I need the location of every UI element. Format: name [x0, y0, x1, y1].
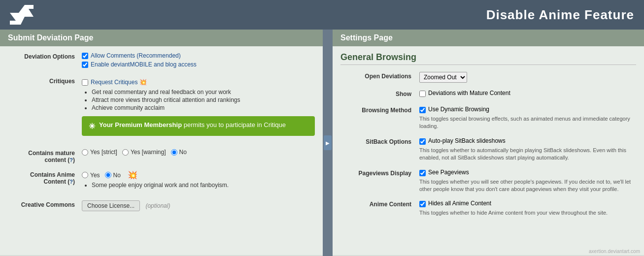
dynamic-browsing-row: Use Dynamic Browsing — [419, 106, 636, 113]
mature-content-label: Contains maturecontent (?) — [8, 149, 82, 163]
see-pageviews-checkbox[interactable] — [419, 170, 426, 176]
critiques-field: Request Critiques 💥 Get real commentary … — [82, 79, 315, 142]
choose-license-button[interactable]: Choose License... — [82, 200, 140, 211]
anime-yes-text: Yes — [90, 172, 100, 179]
anime-note-list: Some people enjoy original work and not … — [82, 182, 315, 189]
creative-commons-field: Choose License... (optional) — [82, 200, 315, 211]
pageviews-row: Pageviews Display See Pageviews This tog… — [340, 169, 636, 193]
pageviews-label: Pageviews Display — [340, 169, 419, 177]
open-deviations-label: Open Deviations — [340, 72, 419, 80]
mature-warning-text: Yes [warning] — [131, 149, 166, 156]
show-label: Show — [340, 90, 419, 97]
show-mature-checkbox[interactable] — [419, 91, 426, 97]
arrow-tab[interactable]: ▶ — [324, 135, 332, 150]
left-panel: Submit Deviation Page Deviation Options … — [0, 30, 323, 256]
hide-anime-checkbox[interactable] — [419, 201, 426, 207]
browsing-method-row: Browsing Method Use Dynamic Browsing Thi… — [340, 106, 636, 130]
anime-settings-desc: This toggles whether to hide Anime conte… — [419, 209, 636, 217]
mature-warning-radio[interactable] — [122, 149, 129, 156]
asterisk-icon: ✳ — [89, 122, 95, 131]
anime-settings-field: Hides all Anime Content This toggles whe… — [419, 200, 636, 217]
anime-content-field: Yes No 💥 Some people enjoy original work… — [82, 170, 315, 193]
bullet-item-1: Get real commentary and real feedback on… — [92, 89, 315, 96]
autoplay-sitback-row: Auto-play SitBack slideshows — [419, 137, 636, 145]
show-field: Deviations with Mature Content — [419, 90, 636, 99]
sitback-row: SitBack Options Auto-play SitBack slides… — [340, 137, 636, 162]
request-critiques-row: Request Critiques 💥 — [82, 79, 315, 86]
sitback-label: SitBack Options — [340, 137, 419, 145]
premium-rest: permits you to participate in Critique — [182, 121, 286, 128]
anime-no-text: No — [113, 172, 121, 179]
mature-no-radio[interactable] — [171, 149, 177, 156]
mature-content-row: Contains maturecontent (?) Yes [strict] … — [8, 149, 315, 163]
deviation-options-field: Allow Comments (Recommended) Enable devi… — [82, 52, 315, 70]
anime-yes-radio[interactable] — [82, 172, 88, 178]
anime-no-radio[interactable] — [105, 172, 111, 178]
dynamic-browsing-checkbox[interactable] — [419, 107, 426, 113]
header-title: Disable Anime Feature — [486, 7, 634, 23]
mature-strict-label: Yes [strict] — [82, 149, 117, 156]
deviantmobile-label: Enable deviantMOBILE and blog access — [91, 61, 197, 68]
see-pageviews-row: See Pageviews — [419, 169, 636, 176]
pageviews-desc: This toggles whether you will see other … — [419, 178, 636, 193]
deviantmobile-row: Enable deviantMOBILE and blog access — [82, 61, 315, 68]
autoplay-sitback-label: Auto-play SitBack slideshows — [428, 137, 506, 144]
request-critiques-checkbox[interactable] — [82, 79, 88, 86]
anime-radio-group: Yes No 💥 — [82, 170, 315, 180]
star-icon: 💥 — [139, 79, 147, 86]
premium-text: Your Premium Membership permits you to p… — [99, 121, 286, 128]
critiques-bullets: Get real commentary and real feedback on… — [82, 89, 315, 111]
show-row: Show Deviations with Mature Content — [340, 90, 636, 99]
open-deviations-select[interactable]: Zoomed Out Zoomed In Full View — [419, 72, 467, 83]
show-mature-label: Deviations with Mature Content — [428, 90, 510, 96]
anime-star-icon: 💥 — [128, 170, 137, 180]
hide-anime-row: Hides all Anime Content — [419, 200, 636, 207]
deviation-options-row: Deviation Options Allow Comments (Recomm… — [8, 52, 315, 70]
mature-strict-radio[interactable] — [82, 149, 88, 156]
premium-banner: ✳ Your Premium Membership permits you to… — [82, 116, 315, 136]
autoplay-sitback-checkbox[interactable] — [419, 138, 426, 145]
section-title: General Browsing — [340, 52, 636, 65]
allow-comments-label: Allow Comments (Recommended) — [91, 52, 181, 59]
sitback-field: Auto-play SitBack slideshows This toggle… — [419, 137, 636, 162]
bullet-item-2: Attract more views through critical atte… — [92, 96, 315, 103]
anime-no-label: No — [105, 172, 121, 179]
mature-radio-group: Yes [strict] Yes [warning] No — [82, 149, 315, 156]
critiques-label: Critiques — [8, 77, 82, 85]
show-mature-row: Deviations with Mature Content — [419, 90, 636, 97]
deviantmobile-checkbox[interactable] — [82, 62, 88, 68]
anime-note: Some people enjoy original work and not … — [92, 182, 315, 189]
creative-commons-row: Creative Commons Choose License... (opti… — [8, 200, 315, 211]
anime-settings-row: Anime Content Hides all Anime Content Th… — [340, 200, 636, 217]
premium-bold: Your Premium Membership — [99, 121, 182, 128]
mature-warning-label: Yes [warning] — [122, 149, 166, 156]
right-panel-content: General Browsing Open Deviations Zoomed … — [333, 46, 644, 255]
anime-help-link[interactable]: ? — [69, 179, 73, 185]
mature-no-label: No — [171, 149, 187, 156]
panel-separator: ▶ — [323, 30, 333, 256]
mature-no-text: No — [179, 149, 187, 156]
logo: deviantART — [10, 5, 36, 25]
allow-comments-checkbox[interactable] — [82, 53, 88, 59]
mature-help-link[interactable]: ? — [69, 157, 73, 163]
svg-marker-0 — [10, 5, 34, 25]
browsing-method-label: Browsing Method — [340, 106, 419, 114]
critiques-row: Critiques Request Critiques 💥 Get real c… — [8, 77, 315, 142]
header: deviantART Disable Anime Feature — [0, 0, 644, 30]
optional-text: (optional) — [145, 202, 170, 209]
creative-commons-label: Creative Commons — [8, 200, 82, 208]
main-container: Submit Deviation Page Deviation Options … — [0, 30, 644, 256]
sitback-desc: This toggles whether to automatically be… — [419, 147, 636, 162]
mature-strict-text: Yes [strict] — [90, 149, 117, 156]
right-panel: Settings Page General Browsing Open Devi… — [333, 30, 644, 256]
right-panel-header: Settings Page — [333, 30, 644, 46]
anime-yes-label: Yes — [82, 172, 100, 179]
browsing-method-desc: This toggles special browsing effects, s… — [419, 115, 636, 130]
allow-comments-row: Allow Comments (Recommended) — [82, 52, 315, 59]
anime-settings-label: Anime Content — [340, 200, 419, 208]
bullet-item-3: Achieve community acclaim — [92, 104, 315, 111]
anime-content-label: Contains AnimeContent (?) — [8, 170, 82, 185]
open-deviations-row: Open Deviations Zoomed Out Zoomed In Ful… — [340, 72, 636, 83]
browsing-method-field: Use Dynamic Browsing This toggles specia… — [419, 106, 636, 130]
see-pageviews-label: See Pageviews — [428, 169, 469, 176]
